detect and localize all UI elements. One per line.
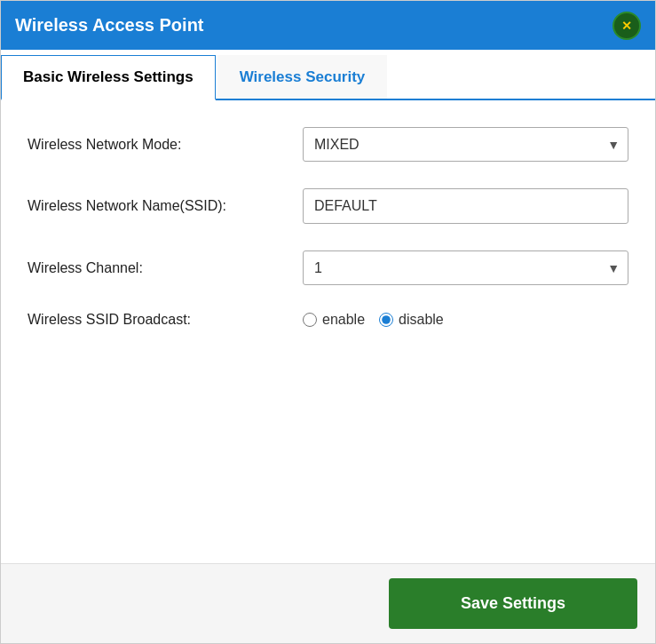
broadcast-label: Wireless SSID Broadcast: xyxy=(28,312,285,328)
broadcast-enable-text: enable xyxy=(322,312,365,328)
footer: Save Settings xyxy=(1,563,655,643)
title-bar: Wireless Access Point xyxy=(1,1,655,50)
form-content: Wireless Network Mode: MIXED B-Only G-On… xyxy=(1,100,655,563)
tab-basic-wireless[interactable]: Basic Wireless Settings xyxy=(1,55,216,100)
channel-select[interactable]: 1 2 3 4 5 6 7 8 9 10 11 xyxy=(303,250,628,285)
window-title: Wireless Access Point xyxy=(15,15,204,36)
broadcast-disable-label[interactable]: disable xyxy=(379,312,444,328)
content-spacer xyxy=(28,354,628,545)
ssid-control xyxy=(303,188,628,224)
tab-wireless-security[interactable]: Wireless Security xyxy=(217,55,388,99)
broadcast-control: enable disable xyxy=(303,312,628,328)
channel-select-wrapper: 1 2 3 4 5 6 7 8 9 10 11 ▼ xyxy=(303,250,628,285)
broadcast-row: Wireless SSID Broadcast: enable disable xyxy=(28,312,628,328)
broadcast-disable-text: disable xyxy=(399,312,444,328)
ssid-row: Wireless Network Name(SSID): xyxy=(28,188,628,224)
network-mode-row: Wireless Network Mode: MIXED B-Only G-On… xyxy=(28,127,628,162)
channel-row: Wireless Channel: 1 2 3 4 5 6 7 8 9 10 1… xyxy=(28,250,628,285)
tab-bar: Basic Wireless Settings Wireless Securit… xyxy=(1,50,655,100)
network-mode-control: MIXED B-Only G-Only N-Only Disabled ▼ xyxy=(303,127,628,162)
channel-label: Wireless Channel: xyxy=(28,260,285,276)
ssid-label: Wireless Network Name(SSID): xyxy=(28,198,285,214)
network-mode-select-wrapper: MIXED B-Only G-Only N-Only Disabled ▼ xyxy=(303,127,628,162)
broadcast-enable-label[interactable]: enable xyxy=(303,312,365,328)
close-button[interactable] xyxy=(613,12,641,40)
broadcast-enable-radio[interactable] xyxy=(303,313,317,327)
app-window: Wireless Access Point Basic Wireless Set… xyxy=(0,0,656,644)
network-mode-label: Wireless Network Mode: xyxy=(28,137,285,153)
ssid-input[interactable] xyxy=(303,188,628,224)
save-settings-button[interactable]: Save Settings xyxy=(389,578,637,629)
broadcast-radio-group: enable disable xyxy=(303,312,628,328)
network-mode-select[interactable]: MIXED B-Only G-Only N-Only Disabled xyxy=(303,127,628,162)
channel-control: 1 2 3 4 5 6 7 8 9 10 11 ▼ xyxy=(303,250,628,285)
broadcast-disable-radio[interactable] xyxy=(379,313,393,327)
